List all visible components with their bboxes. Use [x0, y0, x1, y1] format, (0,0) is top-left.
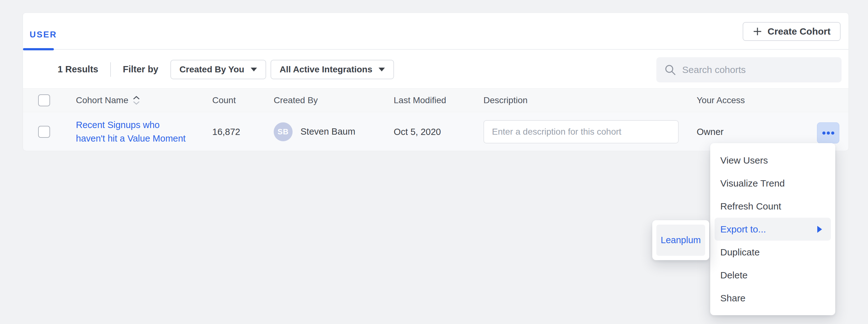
row-checkbox[interactable]	[38, 126, 50, 138]
avatar: SB	[274, 122, 292, 141]
create-cohort-button[interactable]: Create Cohort	[743, 22, 841, 41]
creator-name: Steven Baum	[301, 127, 355, 137]
header-description: Description	[484, 95, 528, 105]
submenu-item-leanplum[interactable]: Leanplum	[656, 225, 705, 256]
select-all-checkbox[interactable]	[38, 94, 50, 106]
export-submenu: Leanplum	[652, 220, 709, 260]
menu-item-refresh-count[interactable]: Refresh Count	[715, 195, 831, 218]
header-your-access: Your Access	[697, 95, 745, 105]
chevron-down-icon	[251, 68, 257, 71]
header-cohort-name-label: Cohort Name	[76, 95, 128, 105]
header-count: Count	[212, 95, 236, 105]
search-input[interactable]	[682, 65, 833, 75]
filter-bar: 1 Results Filter by Created By You All A…	[23, 50, 848, 88]
menu-item-duplicate[interactable]: Duplicate	[715, 241, 831, 263]
access-value: Owner	[697, 127, 723, 137]
menu-item-view-users[interactable]: View Users	[715, 149, 831, 172]
table-header: Cohort Name Count Created By Last Modifi…	[23, 88, 848, 112]
integrations-dropdown[interactable]: All Active Integrations	[271, 60, 394, 79]
cohorts-panel: USER Create Cohort 1 Results Filter by C…	[23, 12, 849, 150]
created-by-cell: SB Steven Baum	[274, 122, 355, 141]
header-created-by: Created By	[274, 95, 318, 105]
tab-user[interactable]: USER	[23, 13, 64, 49]
menu-item-export-to-label: Export to...	[720, 224, 766, 235]
cohort-count: 16,872	[212, 127, 240, 137]
header-cohort-name[interactable]: Cohort Name	[76, 95, 141, 105]
sort-icon	[132, 95, 141, 105]
header-last-modified: Last Modified	[394, 95, 446, 105]
more-actions-button[interactable]	[817, 122, 839, 143]
integrations-dropdown-label: All Active Integrations	[280, 65, 373, 75]
cohort-name-link[interactable]: Recent Signups who haven't hit a Value M…	[76, 118, 187, 145]
description-input[interactable]	[484, 120, 679, 143]
created-by-dropdown-label: Created By You	[180, 65, 244, 75]
menu-item-export-to[interactable]: Export to...	[715, 218, 831, 241]
divider	[110, 62, 111, 77]
search-icon	[664, 64, 676, 75]
menu-item-delete[interactable]: Delete	[715, 263, 831, 287]
created-by-dropdown[interactable]: Created By You	[170, 60, 266, 79]
tab-user-label: USER	[30, 30, 57, 40]
submenu-arrow-icon	[817, 226, 822, 233]
last-modified-date: Oct 5, 2020	[394, 127, 441, 137]
menu-item-visualize-trend[interactable]: Visualize Trend	[715, 172, 831, 195]
chevron-down-icon	[378, 68, 385, 71]
create-cohort-label: Create Cohort	[768, 26, 831, 37]
active-tab-indicator	[23, 48, 54, 50]
menu-item-share[interactable]: Share	[715, 287, 831, 310]
plus-icon	[753, 27, 762, 36]
results-count: 1 Results	[58, 64, 98, 75]
tab-bar: USER Create Cohort	[23, 13, 848, 50]
context-menu: View Users Visualize Trend Refresh Count…	[710, 143, 835, 315]
search-cohorts-box	[656, 57, 841, 82]
filter-by-label: Filter by	[123, 64, 158, 75]
more-icon	[822, 132, 826, 135]
